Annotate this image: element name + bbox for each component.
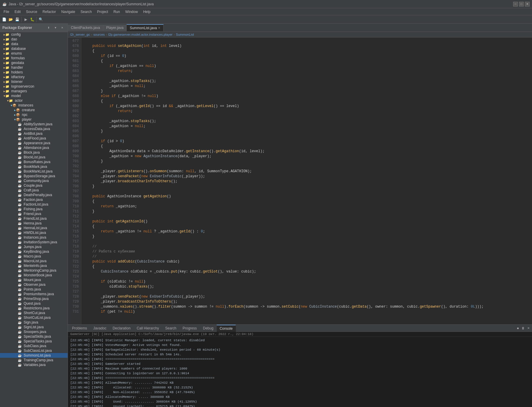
tree-item-block.java[interactable]: ☕Block.java <box>0 150 68 155</box>
menu-item-navigate[interactable]: Navigate <box>59 9 77 14</box>
bottom-tab-search[interactable]: Search <box>162 325 179 331</box>
tree-item-dao[interactable]: ▸📁dao <box>0 37 68 42</box>
editor-tab-summonlist-java[interactable]: SummonList.java✕ <box>127 24 164 31</box>
tree-item-henna.java[interactable]: ☕Henna.java <box>0 221 68 226</box>
tree-item-subclass.java[interactable]: ☕SubClass.java <box>0 344 68 348</box>
tab-close-icon[interactable]: ✕ <box>158 26 160 29</box>
toolbar-debug[interactable]: 🐛 <box>29 17 35 22</box>
tree-item-variables.java[interactable]: ☕Variables.java <box>0 362 68 367</box>
tree-item-monsterbook.java[interactable]: ☕MonsterBook.java <box>0 273 68 278</box>
tree-item-couple.java[interactable]: ☕Couple.java <box>0 183 68 188</box>
tree-item-hwidlist.java[interactable]: ☕HWIDList.java <box>0 230 68 235</box>
bottom-tab-javadoc[interactable]: Javadoc <box>90 325 110 331</box>
editor-tab-clientpackets-java[interactable]: ClientPackets.java <box>68 24 103 31</box>
tree-item-instances[interactable]: ▾📦instances <box>0 103 68 108</box>
tree-item-holders[interactable]: ▸📁holders <box>0 70 68 75</box>
tree-item-player[interactable]: ▾📦player <box>0 117 68 122</box>
tree-item-friendlist.java[interactable]: ☕FriendList.java <box>0 216 68 221</box>
tree-item-managers[interactable]: ▸📁managers <box>0 89 68 93</box>
tree-item-jumps.java[interactable]: ☕Jumps.java <box>0 244 68 249</box>
tree-item-creature[interactable]: ▸📦creature <box>0 108 68 112</box>
tree-item-instances.java[interactable]: ☕Instances.java <box>0 235 68 240</box>
tree-item-faction.java[interactable]: ☕Faction.java <box>0 197 68 202</box>
tree-item-data[interactable]: ▸📁data <box>0 42 68 46</box>
tree-item-keybinding.java[interactable]: ☕KeyBinding.java <box>0 249 68 254</box>
toolbar-run[interactable]: ▶ <box>23 17 29 22</box>
tree-item-invitationsystem.java[interactable]: ☕InvitationSystem.java <box>0 240 68 244</box>
menu-item-edit[interactable]: Edit <box>12 9 23 14</box>
tree-item-attendance.java[interactable]: ☕Attendance.java <box>0 145 68 150</box>
menu-item-help[interactable]: Help <box>141 9 153 14</box>
tree-item-bookmark.java[interactable]: ☕BookMark.java <box>0 164 68 169</box>
tree-item-points.java[interactable]: ☕Points.java <box>0 287 68 292</box>
menu-item-refactor[interactable]: Refactor <box>40 9 58 14</box>
pkg-collapse-btn[interactable]: ⬆ <box>46 25 52 31</box>
tree-item-abilitysystem.java[interactable]: ☕AbilitySystem.java <box>0 122 68 127</box>
toolbar-open[interactable]: 📂 <box>8 17 14 22</box>
menu-item-project[interactable]: Project <box>95 9 110 14</box>
toolbar-save[interactable]: 💾 <box>14 17 20 22</box>
tree-item-model[interactable]: ▾📁model <box>0 93 68 98</box>
close-button[interactable]: ✕ <box>525 2 530 6</box>
tree-item-hennalist.java[interactable]: ☕HennaList.java <box>0 226 68 230</box>
bottom-tab-problems[interactable]: Problems <box>69 325 90 331</box>
tree-item-premiumitems.java[interactable]: ☕PremiumItems.java <box>0 292 68 296</box>
menu-item-source[interactable]: Source <box>24 9 40 14</box>
tree-item-community.java[interactable]: ☕Community.java <box>0 178 68 183</box>
tree-item-quest.java[interactable]: ☕Quest.java <box>0 301 68 306</box>
toolbar-search[interactable]: 🔍 <box>38 17 44 22</box>
tree-item-npc[interactable]: ▸📦npc <box>0 112 68 117</box>
tree-item-bonusrates.java[interactable]: ☕BonusRates.java <box>0 160 68 164</box>
tree-item-subclasslist.java[interactable]: ☕SubClassList.java <box>0 348 68 353</box>
bottom-tab-progress[interactable]: Progress <box>179 325 200 331</box>
tree-item-mentoringcamp.java[interactable]: ☕MentoringCamp.java <box>0 268 68 273</box>
menu-item-file[interactable]: File <box>1 9 12 14</box>
bottom-tab-debug[interactable]: Debug <box>200 325 217 331</box>
minimize-button[interactable]: ─ <box>513 2 518 6</box>
tree-item-macro.java[interactable]: ☕Macro.java <box>0 254 68 259</box>
tree-item-friend.java[interactable]: ☕Friend.java <box>0 211 68 216</box>
tree-item-accessdata.java[interactable]: ☕AccessData.java <box>0 127 68 131</box>
tree-item-specialtasks.java[interactable]: ☕SpecialTasks.java <box>0 339 68 344</box>
tree-item-deathpenalty.java[interactable]: ☕DeathPenalty.java <box>0 193 68 197</box>
tree-item-macrolist.java[interactable]: ☕MacroList.java <box>0 259 68 263</box>
maximize-button[interactable]: □ <box>519 2 524 6</box>
console-terminate[interactable]: ■ <box>515 326 520 331</box>
menu-item-run[interactable]: Run <box>111 9 122 14</box>
tree-item-config[interactable]: ▸📁config <box>0 32 68 37</box>
breadcrumb-item-0[interactable]: l2r_server_gc <box>70 33 90 36</box>
tree-item-loginservercon[interactable]: ▸📁loginservercon <box>0 84 68 89</box>
tree-item-enums[interactable]: ▸📁enums <box>0 51 68 56</box>
tree-item-actor[interactable]: ▾📁actor <box>0 98 68 103</box>
code-content[interactable]: public void setAgathion(int id, int leve… <box>81 37 532 324</box>
breadcrumb-item-1[interactable]: sources <box>93 33 105 36</box>
breadcrumb-item-3[interactable]: SummonList <box>176 33 194 36</box>
tree-item-restrictions.java[interactable]: ☕Restrictions.java <box>0 306 68 311</box>
toolbar-new[interactable]: 📄 <box>1 17 7 22</box>
tree-item-specialskills.java[interactable]: ☕SpecialSkills.java <box>0 334 68 339</box>
tree-item-formulas[interactable]: ▸📁formulas <box>0 56 68 60</box>
tree-item-factionlist.java[interactable]: ☕FactionList.java <box>0 202 68 207</box>
tree-item-database[interactable]: ▸📁database <box>0 46 68 51</box>
tree-item-signlist.java[interactable]: ☕SignList.java <box>0 325 68 329</box>
console-clear[interactable]: 🗑 <box>521 326 526 331</box>
tree-item-fishing.java[interactable]: ☕Fishing.java <box>0 207 68 211</box>
tree-item-trainingcamp.java[interactable]: ☕TrainingCamp.java <box>0 358 68 362</box>
titlebar-controls[interactable]: ─ □ ✕ <box>513 2 530 6</box>
tree-item-idfactory[interactable]: ▸📁idfactory <box>0 75 68 79</box>
tree-item-primeshop.java[interactable]: ☕PrimeShop.java <box>0 296 68 301</box>
tree-item-menteinfo.java[interactable]: ☕MenteInfo.java <box>0 263 68 268</box>
editor-tab-player-java[interactable]: Player.java <box>103 24 127 31</box>
tree-item-snoopers.java[interactable]: ☕Snoopers.java <box>0 329 68 334</box>
tree-item-appearance.java[interactable]: ☕Appearance.java <box>0 141 68 145</box>
tree-item-craft.java[interactable]: ☕Craft.java <box>0 188 68 193</box>
pkg-close-btn[interactable]: ✕ <box>59 25 65 31</box>
tree-item-shortcutlist.java[interactable]: ☕ShortCutList.java <box>0 315 68 320</box>
tree-item-blocklist.java[interactable]: ☕BlockList.java <box>0 155 68 160</box>
tree-item-summonlist.java[interactable]: ☕SummonList.java <box>0 353 68 358</box>
console-close[interactable]: ✕ <box>526 326 531 331</box>
bottom-tab-declaration[interactable]: Declaration <box>110 325 134 331</box>
tree-item-antibot.java[interactable]: ☕AntiBot.java <box>0 131 68 136</box>
pkg-menu-btn[interactable]: ▼ <box>53 25 58 31</box>
tree-item-listener[interactable]: ▸📁listener <box>0 79 68 84</box>
